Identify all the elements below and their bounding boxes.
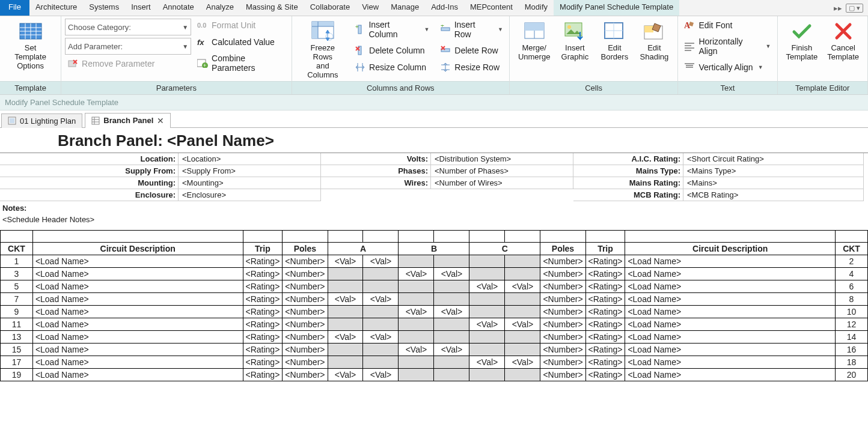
tab-branch-panel[interactable]: Branch Panel ✕ <box>85 113 171 128</box>
cell[interactable] <box>469 292 505 305</box>
cell[interactable]: <Load Name> <box>32 292 243 305</box>
cell[interactable]: <Load Name> <box>32 305 243 318</box>
cell[interactable]: 13 <box>1 330 33 343</box>
cell[interactable]: <Val> <box>505 356 540 368</box>
cancel-template-button[interactable]: CancelTemplate <box>822 19 864 62</box>
cell[interactable]: <Val> <box>328 292 363 305</box>
cell[interactable]: <Val> <box>434 267 469 280</box>
cell[interactable]: <Load Name> <box>625 305 836 318</box>
cell[interactable]: <Rating> <box>243 305 283 318</box>
cell[interactable]: <Rating> <box>243 280 283 292</box>
menu-manage[interactable]: Manage <box>385 0 425 16</box>
cell[interactable]: <Rating> <box>243 255 283 267</box>
cell[interactable]: <Number> <box>540 343 585 356</box>
cell[interactable]: <Number> <box>540 305 585 318</box>
cell[interactable]: <Rating> <box>243 267 283 280</box>
finish-template-button[interactable]: FinishTemplate <box>781 19 823 62</box>
menu-architecture[interactable]: Architecture <box>29 0 83 16</box>
cell[interactable] <box>434 356 469 368</box>
volts-value[interactable]: <Distribution System> <box>431 153 573 165</box>
cell[interactable] <box>505 343 540 356</box>
cell[interactable]: <Val> <box>469 318 505 330</box>
cell[interactable] <box>399 356 434 368</box>
panel-title[interactable]: Branch Panel: <Panel Name> <box>0 128 868 153</box>
cell[interactable]: <Rating> <box>585 267 625 280</box>
cell[interactable]: <Number> <box>540 292 585 305</box>
cell[interactable] <box>469 368 505 381</box>
cell[interactable]: <Load Name> <box>625 330 836 343</box>
close-tab-icon[interactable]: ✕ <box>157 116 164 126</box>
cell[interactable]: <Load Name> <box>625 267 836 280</box>
cell[interactable] <box>469 267 505 280</box>
cell[interactable] <box>328 356 363 368</box>
cell[interactable]: 8 <box>836 292 868 305</box>
mrating-value[interactable]: <Mains> <box>683 177 864 189</box>
cell[interactable]: 9 <box>1 305 33 318</box>
tab-lighting-plan[interactable]: 01 Lighting Plan <box>1 114 82 128</box>
mcb-value[interactable]: <MCB Rating> <box>683 189 864 201</box>
insert-column-button[interactable]: + Insert Column ▼ <box>352 19 432 40</box>
merge-unmerge-button[interactable]: Merge/Unmerge <box>513 19 555 62</box>
aic-value[interactable]: <Short Circuit Rating> <box>683 153 864 165</box>
cell[interactable]: <Number> <box>283 292 328 305</box>
cell[interactable]: <Number> <box>540 280 585 292</box>
cell[interactable]: <Val> <box>328 330 363 343</box>
cell[interactable]: <Val> <box>469 356 505 368</box>
insert-graphic-button[interactable]: InsertGraphic <box>555 19 594 62</box>
cell[interactable]: <Val> <box>399 343 434 356</box>
cell[interactable]: <Number> <box>283 330 328 343</box>
circuit-row[interactable]: 11<Load Name><Rating><Number><Val><Val><… <box>1 318 868 330</box>
edit-font-button[interactable]: A Edit Font <box>682 19 773 32</box>
ribbon-options-icon[interactable]: ▢ ▾ <box>846 4 863 13</box>
cell[interactable]: <Val> <box>363 330 399 343</box>
cell[interactable]: <Load Name> <box>32 356 243 368</box>
cell[interactable] <box>328 305 363 318</box>
cell[interactable] <box>505 330 540 343</box>
cell[interactable]: <Load Name> <box>32 267 243 280</box>
circuit-row[interactable]: 19<Load Name><Rating><Number><Val><Val><… <box>1 368 868 381</box>
cell[interactable] <box>434 318 469 330</box>
cell[interactable]: <Val> <box>505 318 540 330</box>
supply-value[interactable]: <Supply From> <box>179 165 321 177</box>
circuit-row[interactable]: 15<Load Name><Rating><Number><Val><Val><… <box>1 343 868 356</box>
mount-value[interactable]: <Mounting> <box>179 177 321 189</box>
cell[interactable] <box>328 343 363 356</box>
menu-systems[interactable]: Systems <box>83 0 125 16</box>
cell[interactable]: <Rating> <box>243 318 283 330</box>
format-unit-button[interactable]: 0.0 Format Unit <box>195 19 288 32</box>
calculated-value-button[interactable]: fx Calculated Value <box>195 35 288 49</box>
header-row[interactable]: CKT Circuit Description Trip Poles A B C… <box>1 242 868 255</box>
cell[interactable] <box>505 305 540 318</box>
blank-header-row[interactable] <box>1 230 868 242</box>
cell[interactable]: 5 <box>1 280 33 292</box>
cell[interactable]: 16 <box>836 343 868 356</box>
resize-column-button[interactable]: Resize Column <box>352 61 432 74</box>
insert-row-button[interactable]: + Insert Row ▼ <box>438 19 506 40</box>
cell[interactable]: 7 <box>1 292 33 305</box>
cell[interactable]: <Val> <box>399 305 434 318</box>
circuit-row[interactable]: 5<Load Name><Rating><Number><Val><Val><N… <box>1 280 868 292</box>
cell[interactable]: 3 <box>1 267 33 280</box>
edit-borders-button[interactable]: EditBorders <box>594 19 634 62</box>
cell[interactable]: 6 <box>836 280 868 292</box>
choose-category-combo[interactable]: Choose Category: ▼ <box>65 19 191 35</box>
cell[interactable]: 19 <box>1 368 33 381</box>
menu-insert[interactable]: Insert <box>125 0 157 16</box>
cell[interactable] <box>363 343 399 356</box>
menu-collaborate[interactable]: Collaborate <box>304 0 356 16</box>
cell[interactable]: 20 <box>836 368 868 381</box>
cell[interactable] <box>434 368 469 381</box>
cell[interactable]: <Rating> <box>243 343 283 356</box>
cell[interactable] <box>328 267 363 280</box>
cell[interactable]: <Load Name> <box>625 343 836 356</box>
cell[interactable] <box>505 267 540 280</box>
cell[interactable]: <Number> <box>283 356 328 368</box>
delete-column-button[interactable]: Delete Column <box>352 44 432 57</box>
menu-modify[interactable]: Modify <box>519 0 554 16</box>
cell[interactable]: 10 <box>836 305 868 318</box>
menu-annotate[interactable]: Annotate <box>157 0 200 16</box>
circuit-table[interactable]: CKT Circuit Description Trip Poles A B C… <box>0 230 868 381</box>
set-template-options-button[interactable]: Set TemplateOptions <box>4 19 57 71</box>
menu-file[interactable]: File <box>0 0 29 16</box>
circuit-row[interactable]: 1<Load Name><Rating><Number><Val><Val><N… <box>1 255 868 267</box>
